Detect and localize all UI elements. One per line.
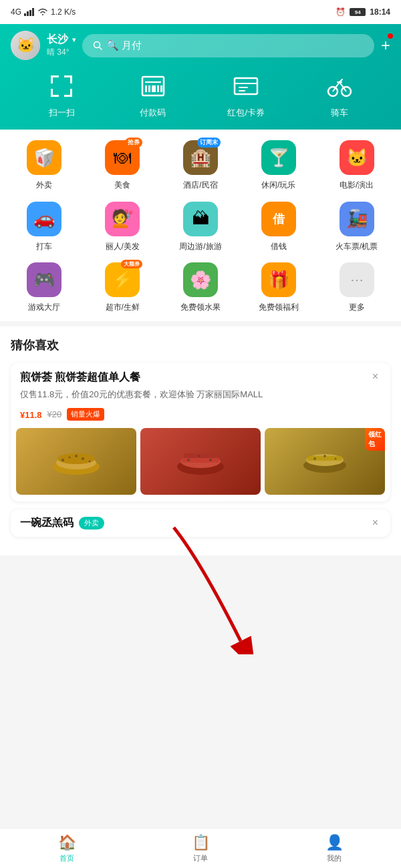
pay-icon (136, 69, 170, 103)
grid-item-game[interactable]: 🎮 游戏大厅 (5, 262, 84, 313)
taxi-label: 打车 (36, 242, 52, 252)
network-speed: 1.2 K/s (51, 7, 76, 17)
location-name[interactable]: 长沙 ▾ (47, 33, 76, 47)
card1-images: 领红包 (11, 428, 390, 501)
grid-item-more[interactable]: ⋯ 更多 (317, 262, 396, 313)
fruit-icon: 🌸 (190, 270, 211, 290)
recommend-card-2[interactable]: 一碗丞羔码 外卖 × (11, 509, 390, 537)
quick-action-bike[interactable]: 骑车 (323, 69, 356, 119)
card2-close[interactable]: × (370, 517, 381, 529)
beauty-icon: 💇 (112, 208, 133, 229)
location-chevron: ▾ (72, 36, 76, 43)
status-right: ⏰ 94 18:14 (336, 7, 390, 17)
train-label: 火车票/机票 (336, 242, 378, 252)
svg-rect-2 (29, 10, 31, 16)
avatar-image: 🐱 (11, 31, 40, 60)
grid-item-movie[interactable]: 🐱 电影/演出 (317, 140, 396, 191)
svg-rect-0 (24, 13, 26, 16)
svg-point-40 (187, 459, 190, 461)
card2-tag: 外卖 (79, 517, 104, 529)
fruit-label: 免费领水果 (180, 302, 221, 313)
market-icon: ⚡ (112, 270, 133, 290)
market-badge: 大额券 (121, 260, 142, 268)
bottom-nav: 🏠 首页 📋 订单 👤 我的 (0, 828, 401, 868)
loan-icon: 借 (273, 211, 285, 227)
recommend-card-1[interactable]: 煎饼荟 煎饼荟超值单人餐 × 仅售11.8元，价值20元的优惠套餐，欢迎体验 万… (11, 363, 390, 501)
grid-item-taxi[interactable]: 🚗 打车 (5, 202, 84, 252)
grid-item-leisure[interactable]: 🍸 休闲/玩乐 (239, 140, 317, 191)
food-svg-1 (49, 441, 103, 481)
nav-item-orders[interactable]: 📋 订单 (134, 830, 267, 867)
svg-line-5 (100, 47, 102, 50)
grid-item-travel[interactable]: 🏔 周边游/旅游 (162, 202, 240, 252)
movie-icon: 🐱 (346, 148, 368, 168)
search-bar[interactable]: 🔍 月付 (82, 34, 374, 57)
waimai-icon: 🥡 (33, 148, 55, 168)
card2-header: 一碗丞羔码 外卖 × (11, 509, 390, 537)
svg-rect-11 (51, 89, 53, 97)
card1-close[interactable]: × (370, 371, 381, 383)
pay-label: 付款码 (140, 107, 166, 119)
quick-action-pay[interactable]: 付款码 (136, 69, 170, 119)
grid-item-meishi[interactable]: 🍽 抢券 美食 (84, 140, 162, 191)
welfare-icon: 🎁 (268, 270, 289, 290)
wifi-icon (37, 8, 48, 16)
welfare-label: 免费领福利 (259, 302, 299, 313)
grid-row-1: 🥡 外卖 🍽 抢券 美食 🏨 订周末 酒店/民宿 🍸 休闲/玩乐 (5, 140, 396, 191)
svg-rect-7 (51, 75, 53, 83)
movie-label: 电影/演出 (340, 180, 374, 191)
hotel-label: 酒店/民宿 (183, 180, 217, 191)
grid-item-hotel[interactable]: 🏨 订周末 酒店/民宿 (162, 140, 240, 191)
grid-item-market[interactable]: ⚡ 大额券 超市/生鲜 (84, 262, 162, 313)
home-icon: 🏠 (58, 834, 76, 851)
meishi-icon: 🍽 (114, 148, 131, 168)
nav-item-profile[interactable]: 👤 我的 (267, 830, 401, 867)
grid-item-beauty[interactable]: 💇 丽人/美发 (84, 202, 162, 252)
svg-point-46 (313, 457, 316, 460)
nav-item-home[interactable]: 🏠 首页 (0, 830, 134, 867)
loan-label: 借钱 (271, 242, 287, 252)
home-label: 首页 (59, 853, 74, 863)
card1-price-tag: 销量火爆 (67, 408, 104, 421)
svg-rect-39 (184, 453, 217, 458)
signal-icon (24, 8, 35, 16)
grid-row-2: 🚗 打车 💇 丽人/美发 🏔 周边游/旅游 借 借钱 🚂 火车 (5, 202, 396, 252)
travel-label: 周边游/旅游 (179, 242, 221, 252)
svg-point-42 (209, 459, 212, 461)
train-icon: 🚂 (346, 208, 368, 229)
leisure-label: 休闲/玩乐 (261, 180, 295, 191)
svg-rect-9 (70, 75, 72, 83)
quick-action-scan[interactable]: 扫一扫 (45, 69, 78, 119)
quick-actions: 扫一扫 付款码 (11, 69, 390, 119)
svg-rect-13 (70, 89, 72, 97)
card2-title: 一碗丞羔码 (20, 516, 74, 530)
coupon-overlay: 领红包 (365, 428, 385, 451)
svg-rect-21 (235, 78, 257, 94)
avatar[interactable]: 🐱 (11, 31, 40, 60)
quick-action-coupon[interactable]: 红包/卡券 (227, 69, 265, 119)
location-info[interactable]: 长沙 ▾ 晴 34° (47, 33, 76, 58)
grid-section: 🥡 外卖 🍽 抢券 美食 🏨 订周末 酒店/民宿 🍸 休闲/玩乐 (0, 130, 401, 321)
svg-point-41 (198, 455, 200, 457)
plus-button[interactable]: + (381, 36, 390, 55)
meishi-label: 美食 (114, 180, 130, 191)
grid-item-welfare[interactable]: 🎁 免费领福利 (239, 262, 317, 313)
card1-price-current: ¥11.8 (20, 407, 42, 421)
svg-rect-20 (160, 85, 162, 92)
orders-label: 订单 (193, 853, 208, 863)
svg-point-32 (69, 456, 71, 458)
food-svg-2 (174, 441, 227, 481)
svg-rect-1 (27, 11, 29, 16)
card1-title: 煎饼荟 煎饼荟超值单人餐 (20, 371, 370, 385)
profile-label: 我的 (327, 853, 342, 863)
grid-item-loan[interactable]: 借 借钱 (239, 202, 317, 252)
search-icon (93, 41, 102, 50)
grid-item-train[interactable]: 🚂 火车票/机票 (317, 202, 396, 252)
game-label: 游戏大厅 (28, 302, 60, 313)
grid-item-waimai[interactable]: 🥡 外卖 (5, 140, 84, 191)
card1-price: ¥11.8 ¥20 销量火爆 (11, 405, 390, 428)
card1-price-original: ¥20 (47, 409, 62, 419)
status-left: 4G 1.2 K/s (11, 7, 76, 17)
game-icon: 🎮 (33, 270, 55, 290)
grid-item-fruit[interactable]: 🌸 免费领水果 (162, 262, 240, 313)
